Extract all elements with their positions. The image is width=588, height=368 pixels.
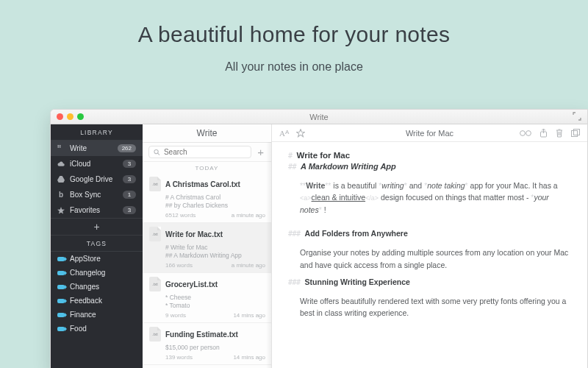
svg-rect-6 bbox=[574, 130, 580, 135]
star-icon bbox=[57, 207, 65, 214]
svg-line-1 bbox=[158, 153, 159, 155]
share-button[interactable] bbox=[539, 129, 548, 138]
tag-icon bbox=[57, 299, 65, 303]
editor-toolbar: AA Write for Mac bbox=[272, 124, 587, 142]
search-input[interactable] bbox=[164, 148, 246, 156]
note-title: GroceryList.txt bbox=[165, 280, 218, 289]
note-item[interactable]: .txtWrite for Mac.txt # Write for Mac## … bbox=[143, 223, 271, 273]
window-title: Write bbox=[51, 113, 587, 121]
tag-item-changelog[interactable]: Changelog bbox=[51, 266, 143, 280]
doc-h1: Write for Mac bbox=[297, 151, 351, 160]
markdown-h1-marker: # bbox=[288, 152, 293, 160]
notelist-header: Write bbox=[143, 124, 271, 143]
view-mode-button[interactable] bbox=[520, 130, 531, 137]
search-input-wrapper[interactable] bbox=[148, 146, 251, 158]
note-preview: # Write for Mac## A Markdown Writing App bbox=[165, 244, 265, 260]
notelist-search-row: + bbox=[143, 143, 271, 162]
tag-icon bbox=[57, 285, 65, 289]
note-item[interactable]: .txtA Christmas Carol.txt # A Christmas … bbox=[143, 173, 271, 223]
drive-icon bbox=[57, 176, 65, 183]
svg-point-3 bbox=[526, 130, 531, 135]
txt-file-icon: .txt bbox=[149, 327, 161, 342]
box-icon: b bbox=[57, 191, 65, 199]
note-item[interactable]: .txtGroceryList.txt * Cheese* Tomato 9 w… bbox=[143, 273, 271, 323]
txt-file-icon: .txt bbox=[149, 277, 161, 291]
tag-label: Finance bbox=[70, 311, 136, 319]
note-title: Write for Mac.txt bbox=[165, 230, 223, 238]
tag-icon bbox=[57, 313, 65, 317]
font-button[interactable]: AA bbox=[279, 129, 289, 138]
doc-h2: A Markdown Writing App bbox=[301, 162, 396, 171]
doc-h3: Add Folders from Anywhere bbox=[305, 229, 408, 238]
note-meta: 6512 wordsa minute ago bbox=[165, 212, 265, 219]
tag-label: AppStore bbox=[70, 255, 136, 263]
tag-item-appstore[interactable]: AppStore bbox=[51, 252, 143, 266]
tag-icon bbox=[57, 271, 65, 275]
editor-pane: AA Write for Mac #Write for Mac ##A Mark… bbox=[272, 124, 587, 368]
svg-rect-5 bbox=[572, 131, 578, 137]
search-icon bbox=[154, 149, 160, 156]
note-preview: * Cheese* Tomato bbox=[165, 294, 265, 310]
doc-h3: Stunning Writing Experience bbox=[305, 277, 410, 286]
sidebar-item-write[interactable]: Write 262 bbox=[51, 141, 143, 156]
doc-paragraph: Write offers beautifully rendered text w… bbox=[288, 295, 573, 319]
tag-icon bbox=[57, 327, 65, 331]
titlebar: Write bbox=[51, 110, 587, 124]
sidebar-badge: 262 bbox=[118, 144, 136, 152]
new-window-button[interactable] bbox=[571, 129, 580, 137]
txt-file-icon: .txt bbox=[149, 227, 161, 241]
note-item[interactable]: .txtFunding Estimate.txt $15,000 per per… bbox=[143, 323, 271, 365]
tag-icon bbox=[57, 257, 65, 261]
note-preview: $15,000 per person bbox=[165, 344, 265, 352]
note-meta: 139 words14 mins ago bbox=[165, 354, 265, 361]
sidebar-item-icloud[interactable]: iCloud 3 bbox=[51, 156, 143, 171]
note-preview: # A Christmas Carol## by Charles Dickens bbox=[165, 194, 265, 210]
sidebar-item-label: Favorites bbox=[70, 206, 118, 214]
svg-point-0 bbox=[154, 149, 158, 153]
trash-button[interactable] bbox=[556, 129, 563, 138]
cloud-icon bbox=[57, 160, 65, 168]
new-note-button[interactable]: + bbox=[256, 146, 265, 158]
sidebar-badge: 3 bbox=[123, 160, 136, 168]
tag-item-changes[interactable]: Changes bbox=[51, 280, 143, 294]
notelist-section-today: TODAY bbox=[143, 162, 271, 173]
tag-item-feedback[interactable]: Feedback bbox=[51, 294, 143, 308]
fullscreen-icon[interactable] bbox=[573, 112, 581, 121]
note-meta: 166 wordsa minute ago bbox=[165, 262, 265, 269]
tag-item-finance[interactable]: Finance bbox=[51, 308, 143, 322]
sidebar-badge: 3 bbox=[123, 175, 136, 183]
tag-label: Changelog bbox=[70, 269, 136, 277]
markdown-h3-marker: ### bbox=[288, 278, 301, 286]
sidebar-item-label: Write bbox=[70, 144, 112, 152]
sidebar-add-button[interactable]: + bbox=[51, 218, 143, 236]
favorite-button[interactable] bbox=[296, 129, 305, 138]
tag-label: Changes bbox=[70, 283, 136, 291]
sidebar-header-tags: TAGS bbox=[51, 236, 143, 252]
dropbox-icon bbox=[57, 145, 65, 152]
note-title: Funding Estimate.txt bbox=[165, 330, 238, 339]
hero-subtitle: All your notes in one place bbox=[0, 60, 588, 74]
note-list: Write + TODAY .txtA Christmas Carol.txt … bbox=[143, 124, 272, 368]
sidebar-item-google-drive[interactable]: Google Drive 3 bbox=[51, 171, 143, 187]
note-meta: 9 words14 mins ago bbox=[165, 312, 265, 319]
doc-paragraph: Organise your notes by adding multiple s… bbox=[288, 247, 573, 271]
tag-label: Food bbox=[70, 325, 136, 333]
editor-body[interactable]: #Write for Mac ##A Markdown Writing App … bbox=[272, 142, 587, 327]
txt-file-icon: .txt bbox=[149, 177, 161, 191]
tag-label: Feedback bbox=[70, 297, 136, 305]
markdown-h2-marker: ## bbox=[288, 163, 296, 171]
sidebar-badge: 3 bbox=[123, 206, 136, 214]
note-title: A Christmas Carol.txt bbox=[165, 180, 240, 188]
sidebar-item-box-sync[interactable]: b Box Sync 1 bbox=[51, 187, 143, 202]
sidebar-item-label: iCloud bbox=[70, 160, 118, 168]
markdown-h3-marker: ### bbox=[288, 230, 301, 238]
sidebar-item-favorites[interactable]: Favorites 3 bbox=[51, 202, 143, 218]
sidebar-item-label: Google Drive bbox=[70, 175, 118, 183]
tag-item-food[interactable]: Food bbox=[51, 322, 143, 336]
note-item[interactable]: .txtMultimarkdown Support.txt bbox=[143, 365, 271, 368]
sidebar-item-label: Box Sync bbox=[70, 191, 118, 199]
doc-intro: **Write** is a beautiful *writing* and *… bbox=[288, 180, 573, 216]
app-window: Write LIBRARY Write 262 iCloud 3 Google … bbox=[50, 109, 588, 368]
sidebar: LIBRARY Write 262 iCloud 3 Google Drive … bbox=[51, 124, 143, 368]
sidebar-header-library: LIBRARY bbox=[51, 124, 143, 141]
